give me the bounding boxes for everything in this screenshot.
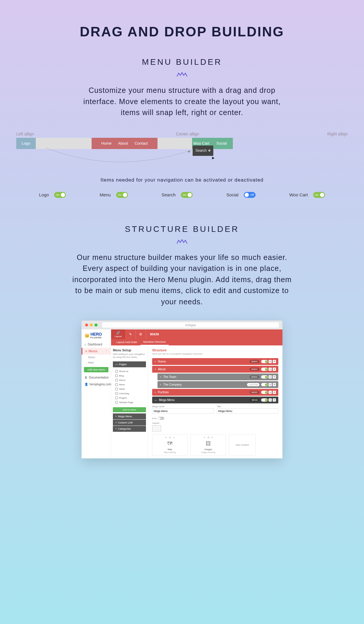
add-content-button[interactable]: Add Content <box>229 434 256 455</box>
item-toggle[interactable] <box>261 360 268 363</box>
app-logo: 👑 HERO PLUGINS <box>82 329 111 341</box>
move-icon[interactable]: ✥ <box>273 383 276 386</box>
pencil-icon[interactable]: ✎ <box>204 436 206 439</box>
move-icon[interactable]: ✥ <box>273 368 276 371</box>
page-item[interactable]: Blog <box>113 374 146 378</box>
copy-icon[interactable]: ⧉ <box>269 368 272 371</box>
link-icon: 🔗 <box>116 331 120 335</box>
grid-icon[interactable]: ⊞ <box>207 436 209 439</box>
page-checkbox[interactable] <box>115 374 118 377</box>
page-item[interactable]: Demo <box>113 378 146 382</box>
structure-item[interactable]: + About BASIC ⧉ ✥ <box>152 366 278 373</box>
move-icon[interactable]: ✥ <box>273 375 276 379</box>
page-item[interactable]: Plugins <box>113 396 146 400</box>
toggle-item: Menu On <box>100 192 128 198</box>
move-icon[interactable]: ✥ <box>273 360 276 363</box>
page-checkbox[interactable] <box>115 370 118 373</box>
close-icon[interactable]: ✕ <box>173 436 175 439</box>
toggle-item: Search On <box>162 192 193 198</box>
mega-name-input[interactable] <box>152 408 214 414</box>
layout-tab[interactable]: 🔗Layout <box>111 329 126 339</box>
page-checkbox[interactable] <box>115 388 118 390</box>
search-drag-item[interactable]: Search ✥ <box>193 146 213 156</box>
layout-order-tab[interactable]: Layout And Order <box>113 339 140 345</box>
toggle-switch[interactable]: On <box>116 192 128 198</box>
toggle-switch[interactable]: On <box>181 192 193 198</box>
map-card[interactable]: ✎⊞✕ 🗺 Map Map Heading <box>152 434 188 455</box>
item-label: Home <box>158 360 166 363</box>
page-item[interactable]: Licensing <box>113 391 146 396</box>
sidebar-main[interactable]: Main <box>82 360 111 365</box>
structure-item[interactable]: + The Team BASIC ⧉ ✥ <box>157 374 278 380</box>
menu-item-contact[interactable]: Contact <box>134 141 148 146</box>
copy-icon[interactable]: ⧉ <box>269 360 272 363</box>
sidebar-menus[interactable]: ≡Menus⌃ <box>82 348 111 355</box>
title-input[interactable] <box>217 408 279 414</box>
close-icon[interactable]: ✕ <box>211 436 213 439</box>
sidebar-docs[interactable]: 🗎Documentation <box>82 374 111 381</box>
sidebar-dashboard[interactable]: ⌂Dashboard <box>82 341 111 348</box>
page-checkbox[interactable] <box>115 401 118 404</box>
minimize-dot[interactable] <box>90 324 93 326</box>
icon-toggle[interactable] <box>158 417 164 420</box>
structure-builder-title: STRUCTURE BUILDER <box>16 224 348 234</box>
plus-icon: — <box>155 399 157 402</box>
toggle-switch[interactable]: On <box>313 192 325 198</box>
layout-thumb[interactable] <box>152 425 161 432</box>
item-label: The Team <box>163 375 176 379</box>
app-screenshot: inVogue 👑 HERO PLUGINS ⌂Dashboard ≡Menus… <box>82 321 282 458</box>
settings-tab[interactable]: ⚙ <box>136 329 146 339</box>
logo-brand: HERO <box>90 332 102 337</box>
images-card[interactable]: ✎⊞✕ 🖼 Images Image Heading <box>191 434 226 455</box>
maximize-dot[interactable] <box>95 324 98 326</box>
search-label: Search <box>195 148 207 153</box>
nav-structure-tab[interactable]: Naviation Structure <box>140 339 169 345</box>
item-toggle[interactable] <box>261 383 268 386</box>
structure-item[interactable]: — Mega Menu MEGA ⧉ ✥ <box>152 397 278 403</box>
edit-tab[interactable]: ✎ <box>126 329 136 339</box>
close-dot[interactable] <box>85 324 88 326</box>
move-icon[interactable]: ✥ <box>273 391 276 394</box>
copy-icon[interactable]: ⧉ <box>269 391 272 394</box>
sidebar-link[interactable]: 👤heroplugins.com <box>82 381 111 388</box>
item-toggle[interactable] <box>261 391 268 394</box>
structure-item[interactable]: + The Company CUSTOM ⧉ ✥ <box>157 381 278 388</box>
toggle-switch[interactable]: On <box>54 192 66 198</box>
structure-item[interactable]: + Home BASIC ⧉ ✥ <box>152 358 278 365</box>
page-checkbox[interactable] <box>115 392 118 395</box>
move-icon[interactable]: ✥ <box>273 398 276 402</box>
item-toggle[interactable] <box>261 375 268 379</box>
megamenu-accordion[interactable]: +Mega Menu <box>113 413 146 419</box>
toggle-item: Logo On <box>39 192 66 198</box>
page-checkbox[interactable] <box>115 379 118 381</box>
sidebar-demo[interactable]: Demo <box>82 355 111 360</box>
toggle-switch[interactable]: Off <box>244 192 256 198</box>
menu-item-about[interactable]: About <box>118 141 128 146</box>
toggle-label: Menu <box>100 192 111 197</box>
url-bar[interactable]: inVogue <box>102 322 279 328</box>
page-item[interactable]: About us <box>113 369 146 374</box>
grid-icon[interactable]: ⊞ <box>169 436 171 439</box>
toggle-label: Logo <box>39 192 49 197</box>
menu-item-home[interactable]: Home <box>101 141 112 146</box>
item-toggle[interactable] <box>261 398 268 402</box>
copy-icon[interactable]: ⧉ <box>269 375 272 379</box>
categories-accordion[interactable]: +Categories <box>113 426 146 432</box>
page-checkbox[interactable] <box>115 383 118 386</box>
add-new-menu-button[interactable]: Add new menu <box>84 367 108 372</box>
page-item[interactable]: Slider <box>113 387 146 391</box>
customlink-accordion[interactable]: +Custom Link <box>113 420 146 426</box>
page-item[interactable]: Sample Page <box>113 400 146 405</box>
add-to-menu-button[interactable]: Add to menu <box>113 407 146 412</box>
menu-logo-slot[interactable]: Logo <box>16 138 36 149</box>
item-toggle[interactable] <box>261 368 268 371</box>
pages-accordion[interactable]: —Pages <box>113 361 146 367</box>
menu-center-slot[interactable]: Home About Contact <box>92 138 157 149</box>
structure-item[interactable]: + Portfolio BASIC ⧉ ✥ <box>152 389 278 396</box>
copy-icon[interactable]: ⧉ <box>269 383 272 386</box>
page-checkbox[interactable] <box>115 397 118 399</box>
pencil-icon[interactable]: ✎ <box>165 436 167 439</box>
page-item[interactable]: Menu <box>113 382 146 387</box>
copy-icon[interactable]: ⧉ <box>269 398 272 402</box>
menu-item-social[interactable]: Social <box>210 138 233 149</box>
